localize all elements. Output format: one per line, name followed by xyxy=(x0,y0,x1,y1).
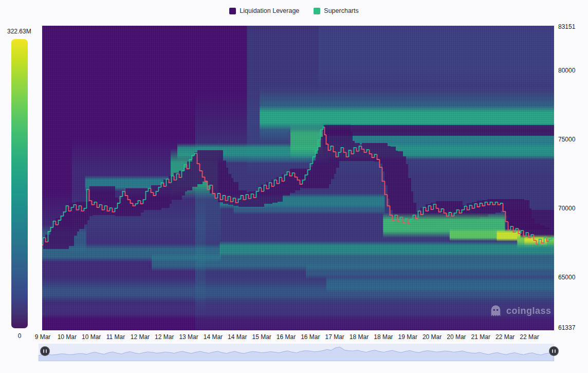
x-axis-label: 17 Mar xyxy=(325,333,344,341)
x-axis-label: 20 Mar xyxy=(447,333,466,341)
x-axis-label: 16 Mar xyxy=(277,333,296,341)
liquidation-heatmap-canvas[interactable] xyxy=(42,26,554,330)
x-axis-label: 10 Mar xyxy=(58,333,77,341)
colorbar-gradient xyxy=(11,39,28,328)
y-axis-label: 61337 xyxy=(558,324,575,331)
x-axis-label: 14 Mar xyxy=(204,333,223,341)
legend-label: Supercharts xyxy=(324,7,358,14)
navigator-area-canvas[interactable] xyxy=(39,344,554,361)
x-axis-label: 18 Mar xyxy=(374,333,393,341)
x-axis-label: 22 Mar xyxy=(520,333,539,341)
x-axis-label: 14 Mar xyxy=(228,333,247,341)
y-axis-label: 70000 xyxy=(558,205,575,212)
handle-grip-icon xyxy=(46,349,47,353)
x-axis-label: 16 Mar xyxy=(301,333,320,341)
navigator-right-handle[interactable] xyxy=(549,346,559,356)
y-axis-label: 75000 xyxy=(558,136,575,143)
x-axis-label: 22 Mar xyxy=(495,333,514,341)
colorbar-max-label: 322.63M xyxy=(7,28,31,35)
handle-grip-icon xyxy=(552,349,553,353)
handle-grip-icon xyxy=(43,349,44,353)
x-axis-label: 21 Mar xyxy=(471,333,490,341)
timeline-navigator[interactable] xyxy=(39,344,554,361)
x-axis-label: 11 Mar xyxy=(106,333,125,341)
x-axis-label: 9 Mar xyxy=(35,333,51,341)
x-axis-label: 20 Mar xyxy=(422,333,442,341)
navigator-left-handle[interactable] xyxy=(40,346,50,356)
x-axis-label: 18 Mar xyxy=(350,333,369,341)
handle-grip-icon xyxy=(555,349,556,353)
legend-item-supercharts[interactable]: Supercharts xyxy=(314,7,358,14)
price-y-axis: 831518000075000700006500061337 xyxy=(558,0,588,334)
x-axis-label: 15 Mar xyxy=(252,333,271,341)
liquidation-heatmap-page: Liquidation Leverage Supercharts 322.63M… xyxy=(0,0,588,373)
supercharts-swatch-icon xyxy=(314,8,320,14)
y-axis-label: 83151 xyxy=(558,23,575,30)
legend-item-liquidation-leverage[interactable]: Liquidation Leverage xyxy=(229,7,299,14)
y-axis-label: 80000 xyxy=(558,67,575,74)
liquidation-leverage-swatch-icon xyxy=(229,8,236,14)
chart-legend: Liquidation Leverage Supercharts xyxy=(0,7,588,14)
x-axis-label: 19 Mar xyxy=(398,333,417,341)
y-axis-label: 65000 xyxy=(558,274,575,281)
x-axis-label: 10 Mar xyxy=(82,333,101,341)
date-x-axis: 9 Mar10 Mar10 Mar11 Mar12 Mar12 Mar13 Ma… xyxy=(0,332,588,342)
x-axis-label: 12 Mar xyxy=(155,333,174,341)
legend-label: Liquidation Leverage xyxy=(240,7,299,14)
x-axis-label: 13 Mar xyxy=(179,333,198,341)
x-axis-label: 12 Mar xyxy=(131,333,150,341)
